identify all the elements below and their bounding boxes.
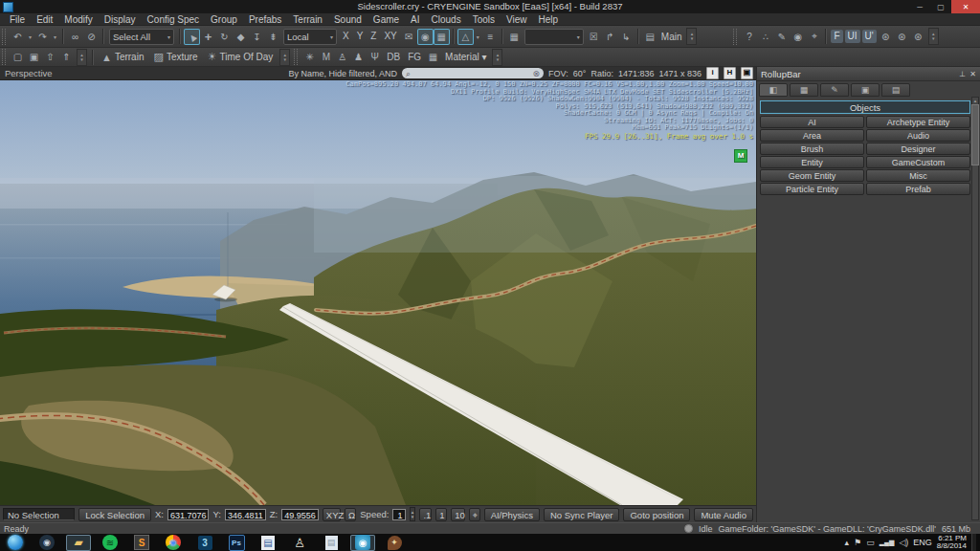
selection-mask-combo[interactable]: Select All▾ bbox=[109, 29, 174, 45]
rollup-title-bar[interactable]: RollupBar ⊥ ✕ bbox=[757, 67, 980, 81]
asset-browser-icon[interactable]: ▦ bbox=[425, 49, 441, 65]
follow-terrain-icon[interactable]: ✉ bbox=[401, 29, 417, 45]
named-selection-combo[interactable]: ▾ bbox=[524, 29, 584, 45]
export-occlusion-icon[interactable]: ⇑ bbox=[58, 49, 75, 65]
layer-select-icon[interactable]: ▦ bbox=[506, 29, 523, 45]
terrain-button[interactable]: ▲Terrain bbox=[97, 50, 148, 65]
speed-10-button[interactable]: 10 bbox=[451, 508, 464, 521]
ratio-value[interactable]: 1471:836 bbox=[618, 69, 655, 78]
menu-sound[interactable]: Sound bbox=[328, 13, 368, 26]
tray-signal-icon[interactable]: ▂▄▆ bbox=[880, 539, 895, 546]
filter-mode-label[interactable]: By Name, Hide filtered, AND bbox=[289, 69, 398, 78]
rollup-close-icon[interactable]: ✕ bbox=[969, 70, 976, 78]
rollup-tab-terrain[interactable]: ▦ bbox=[790, 83, 818, 97]
sandbox-eye-icon[interactable]: ◉ bbox=[350, 535, 375, 551]
angle-snap-dropdown[interactable]: ▾ bbox=[474, 33, 482, 40]
physics-tool-icon-1[interactable]: ⊛ bbox=[878, 29, 894, 45]
particle-tool-icon[interactable]: ∴ bbox=[757, 29, 773, 45]
search-input[interactable] bbox=[411, 68, 532, 79]
no-sync-player-button[interactable]: No Sync Player bbox=[544, 508, 619, 521]
file-explorer-icon[interactable]: ▰ bbox=[66, 535, 91, 551]
ai-physics-button[interactable]: AI/Physics bbox=[484, 508, 540, 521]
scroll-up-icon[interactable]: ▴ bbox=[974, 98, 977, 103]
menu-display[interactable]: Display bbox=[99, 13, 142, 26]
flowgraph-modules-button[interactable]: FG bbox=[404, 50, 425, 65]
snap-to-grid-icon[interactable]: ▦ bbox=[434, 29, 450, 45]
menu-prefabs[interactable]: Prefabs bbox=[243, 13, 287, 26]
object-button-gamecustom[interactable]: GameCustom bbox=[866, 156, 970, 168]
time-of-day-button[interactable]: ☀Time Of Day bbox=[203, 50, 278, 65]
menu-config-spec[interactable]: Config Spec bbox=[142, 13, 205, 26]
rollup-tab-modelling[interactable]: ✎ bbox=[820, 83, 849, 97]
smart-objects-icon[interactable]: ♟ bbox=[350, 49, 367, 65]
viewport-mode-label[interactable]: Perspective bbox=[0, 68, 53, 78]
scrollbar-thumb[interactable] bbox=[971, 104, 979, 165]
object-button-area[interactable]: Area bbox=[760, 129, 864, 142]
notepad-icon[interactable]: ▤ bbox=[319, 535, 344, 551]
object-button-misc[interactable]: Misc bbox=[866, 169, 970, 182]
constrain-y-button[interactable]: Y bbox=[353, 29, 368, 44]
ui-editor-button[interactable]: UI bbox=[845, 30, 860, 43]
locate-tool-icon[interactable]: ⌖ bbox=[806, 29, 822, 45]
constrain-z-button[interactable]: Z bbox=[367, 29, 380, 44]
tray-show-hidden-icon[interactable]: ▴ bbox=[845, 538, 850, 547]
show-desktop-button[interactable] bbox=[971, 534, 976, 551]
unlink-icon[interactable]: ⊘ bbox=[83, 29, 100, 45]
rollup-pin-icon[interactable]: ⊥ bbox=[959, 70, 966, 78]
track-view-button[interactable]: U' bbox=[862, 30, 877, 43]
menu-group[interactable]: Group bbox=[205, 13, 243, 26]
physics-tool-icon-3[interactable]: ⊛ bbox=[910, 29, 926, 45]
menu-modify[interactable]: Modify bbox=[58, 13, 98, 26]
select-tool-icon[interactable]: ▲ bbox=[184, 29, 200, 45]
move-tool-icon[interactable]: + bbox=[200, 29, 216, 45]
layers-panel-icon[interactable]: ▤ bbox=[642, 29, 658, 45]
undo-history-dropdown[interactable]: ▾ bbox=[26, 33, 34, 40]
speed-1-button[interactable]: 1 bbox=[435, 508, 447, 521]
clock[interactable]: 6:21 PM 8/8/2014 bbox=[937, 535, 967, 550]
lock-selection-button[interactable]: Lock Selection bbox=[78, 508, 151, 521]
rollup-tab-display[interactable]: ▣ bbox=[851, 83, 880, 97]
menu-view[interactable]: View bbox=[501, 13, 533, 26]
align-to-object-icon[interactable]: ⇟ bbox=[265, 29, 281, 45]
menu-terrain[interactable]: Terrain bbox=[287, 13, 328, 26]
character-editor-icon[interactable]: ♙ bbox=[334, 49, 350, 65]
context-help-icon[interactable]: ? bbox=[741, 29, 757, 45]
rollup-tab-layers[interactable]: ▤ bbox=[881, 83, 910, 97]
lock-axis-icon[interactable]: Ω bbox=[345, 508, 356, 521]
menu-help[interactable]: Help bbox=[533, 13, 565, 26]
angle-snap-icon[interactable]: △ bbox=[457, 29, 474, 45]
fov-value[interactable]: 60° bbox=[573, 69, 587, 78]
perspective-viewport[interactable]: CamPos=895.20 494.07 64.94 Angl=-12, 0 1… bbox=[0, 80, 756, 505]
menu-game[interactable]: Game bbox=[368, 13, 405, 26]
menu-file[interactable]: File bbox=[4, 13, 31, 26]
object-button-particle-entity[interactable]: Particle Entity bbox=[760, 183, 864, 195]
terrain-grid-tool-icon[interactable]: ✎ bbox=[773, 29, 790, 45]
start-button[interactable] bbox=[3, 535, 28, 551]
z-coord-field[interactable]: 49.9556 bbox=[281, 509, 319, 520]
objects-section-header[interactable]: Objects bbox=[760, 100, 970, 114]
physics-tool-icon-2[interactable]: ⊛ bbox=[894, 29, 910, 45]
search-clear-icon[interactable]: ⊗ bbox=[533, 69, 541, 78]
y-coord-field[interactable]: 346.4811 bbox=[225, 509, 266, 520]
constrain-x-button[interactable]: X bbox=[339, 29, 353, 44]
object-button-archetype-entity[interactable]: Archetype Entity bbox=[866, 116, 970, 128]
speed-field[interactable]: 1 bbox=[392, 509, 405, 520]
database-view-button[interactable]: DB bbox=[383, 50, 404, 65]
object-button-entity[interactable]: Entity bbox=[760, 156, 864, 168]
mannequin-editor-icon[interactable]: Ψ bbox=[367, 49, 383, 65]
menu-clouds[interactable]: Clouds bbox=[426, 13, 467, 26]
object-button-geom-entity[interactable]: Geom Entity bbox=[760, 169, 864, 182]
goto-position-button[interactable]: Goto position bbox=[623, 508, 690, 521]
open-level-icon[interactable]: ▢ bbox=[10, 49, 26, 65]
viewport-maximize-button[interactable]: ▣ bbox=[741, 67, 753, 79]
tray-volume-icon[interactable]: ◁) bbox=[899, 538, 908, 547]
link-icon[interactable]: ∞ bbox=[67, 29, 83, 45]
speed-spinner[interactable] bbox=[410, 507, 416, 521]
photoshop-icon[interactable]: Ps bbox=[224, 535, 249, 551]
minimize-button[interactable]: ─ bbox=[909, 0, 930, 13]
redo-history-dropdown[interactable]: ▾ bbox=[51, 33, 59, 40]
maximize-button[interactable]: ▢ bbox=[930, 0, 951, 13]
close-button[interactable]: ✕ bbox=[951, 0, 980, 13]
menu-ai[interactable]: AI bbox=[405, 13, 425, 26]
zbrush-icon[interactable]: ♙ bbox=[287, 535, 312, 551]
